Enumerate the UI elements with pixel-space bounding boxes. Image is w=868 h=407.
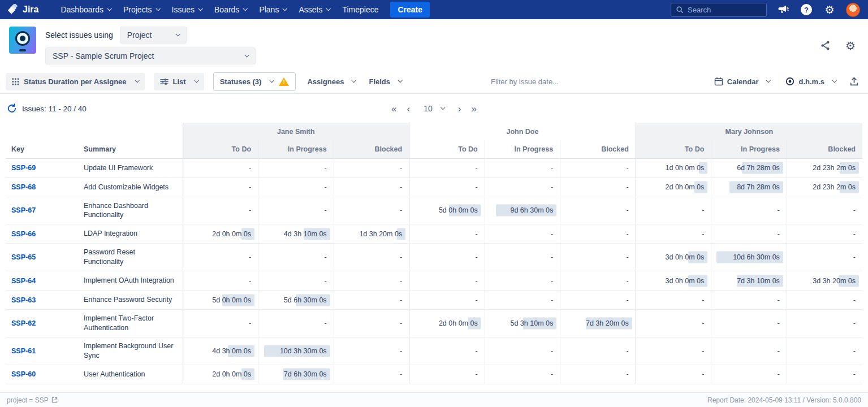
nav-dashboards[interactable]: Dashboards (54, 0, 117, 19)
duration-cell: - (636, 224, 711, 244)
duration-cell: 1d 0h 0m 0s (636, 158, 711, 177)
issue-date-filter-input[interactable] (491, 77, 598, 86)
help-icon[interactable]: ? (800, 3, 813, 16)
grid-icon (12, 78, 19, 85)
report-type-dropdown[interactable]: Status Duration per Assignee (6, 73, 145, 90)
status-column-header: To Do (409, 140, 485, 158)
project-dropdown[interactable]: SSP - Sample Scrum Project (45, 47, 256, 64)
nav-plans[interactable]: Plans (253, 0, 292, 19)
nav-projects[interactable]: Projects (117, 0, 166, 19)
nav-assets[interactable]: Assets (292, 0, 336, 19)
empty-duration: - (476, 347, 479, 355)
export-icon[interactable] (849, 77, 859, 86)
time-format-dropdown[interactable]: d.h.m.s (783, 72, 838, 90)
nav-projects-label: Projects (123, 5, 152, 14)
table-row: SSP-61Implement Background User Sync4d 3… (6, 337, 862, 365)
empty-duration: - (627, 347, 630, 355)
assignees-dropdown[interactable]: Assignees (305, 73, 357, 90)
nav-assets-label: Assets (299, 5, 322, 14)
table-row: SSP-65Password Reset Functionality------… (6, 244, 862, 271)
duration-cell: - (787, 224, 862, 244)
nav-timepiece[interactable]: Timepiece (336, 0, 385, 19)
empty-duration: - (400, 164, 403, 172)
duration-cell: - (258, 271, 334, 291)
page-size-dropdown[interactable]: 10 (420, 102, 448, 115)
duration-cell: - (636, 291, 711, 310)
settings-gear-icon[interactable]: ⚙ (823, 3, 836, 16)
empty-duration: - (627, 230, 630, 238)
create-button[interactable]: Create (390, 2, 430, 18)
status-column-header: In Progress (711, 140, 787, 158)
first-page-button[interactable]: « (391, 104, 396, 114)
nav-issues[interactable]: Issues (166, 0, 208, 19)
issue-key-link[interactable]: SSP-65 (11, 253, 36, 261)
empty-duration: - (702, 319, 705, 327)
next-page-button[interactable]: › (458, 104, 461, 114)
announcement-icon[interactable] (776, 3, 790, 16)
duration-cell: - (258, 310, 334, 337)
duration-cell: - (409, 337, 485, 365)
fields-dropdown[interactable]: Fields (366, 73, 404, 90)
issue-summary: Update UI Framework (78, 158, 183, 177)
duration-value: 7d 3h 10m 0s (737, 277, 781, 285)
assignees-label: Assignees (307, 77, 344, 86)
select-issues-label: Select issues using (45, 31, 113, 40)
share-icon[interactable] (820, 40, 831, 51)
duration-cell: - (409, 291, 485, 310)
issue-summary: Implement Two-Factor Authentication (78, 310, 183, 337)
duration-cell: 2d 0h 0m 0s (183, 224, 258, 244)
issue-key-link[interactable]: SSP-62 (11, 319, 36, 327)
refresh-icon[interactable] (7, 103, 17, 114)
group-header-john-doe: John Doe (409, 123, 636, 140)
calendar-dropdown[interactable]: Calendar (712, 72, 772, 90)
table-row: SSP-64Implement OAuth Integration------3… (6, 271, 862, 291)
empty-duration: - (324, 319, 327, 327)
issue-key-link[interactable]: SSP-60 (11, 370, 36, 378)
duration-value: 6d 7h 28m 0s (737, 164, 781, 172)
empty-duration: - (249, 319, 252, 327)
empty-duration: - (702, 206, 705, 214)
key-column-header: Key (6, 140, 78, 158)
statuses-dropdown[interactable]: Statuses (3) (213, 72, 296, 91)
duration-cell: - (787, 337, 862, 365)
duration-value: 5d 6h 30m 0s (284, 296, 328, 304)
status-column-header: Blocked (334, 140, 409, 158)
empty-duration: - (551, 230, 554, 238)
last-page-button[interactable]: » (471, 104, 476, 114)
issue-key-link[interactable]: SSP-67 (11, 206, 36, 214)
prev-page-button[interactable]: ‹ (407, 104, 411, 114)
duration-value: 5d 3h 10m 0s (510, 319, 554, 327)
search-input[interactable] (688, 6, 755, 14)
issue-key-link[interactable]: SSP-69 (11, 164, 36, 172)
table-row: SSP-66LDAP Integration2d 0h 0m 0s4d 3h 1… (6, 224, 862, 244)
report-header: Select issues using Project SSP - Sample… (0, 19, 868, 70)
status-duration-table: Jane Smith John Doe Mary Johnson Key Sum… (6, 123, 862, 384)
issue-key-link[interactable]: SSP-68 (11, 183, 36, 191)
issue-key-link[interactable]: SSP-66 (11, 230, 36, 238)
issue-key-link[interactable]: SSP-64 (11, 277, 36, 285)
empty-duration: - (400, 183, 403, 191)
issue-source-dropdown[interactable]: Project (120, 27, 187, 44)
issue-key-link[interactable]: SSP-63 (11, 296, 36, 304)
report-settings-icon[interactable]: ⚙ (845, 40, 856, 51)
jira-logo[interactable]: Jira (8, 4, 38, 15)
status-column-header: In Progress (258, 140, 334, 158)
status-column-header: To Do (183, 140, 258, 158)
jql-filter-link[interactable]: project = SSP (7, 396, 58, 404)
empty-duration: - (627, 277, 630, 285)
calendar-icon (714, 77, 723, 86)
table-row: SSP-63Enhance Password Security5d 0h 0m … (6, 291, 862, 310)
issue-key-link[interactable]: SSP-61 (11, 347, 36, 355)
duration-value: 5d 0h 0m 0s (212, 296, 252, 304)
global-search[interactable] (671, 3, 767, 17)
view-mode-dropdown[interactable]: List (154, 73, 204, 90)
duration-value: 1d 0h 0m 0s (666, 164, 706, 172)
empty-duration: - (627, 253, 630, 261)
nav-boards[interactable]: Boards (208, 0, 253, 19)
pagination-bar: Issues: 11 - 20 / 40 « ‹ 10 › » (0, 94, 868, 123)
user-avatar[interactable] (846, 3, 860, 17)
empty-duration: - (400, 319, 403, 327)
status-column-header: In Progress (485, 140, 560, 158)
duration-value: 2d 23h 2m 0s (813, 183, 857, 191)
target-icon (785, 77, 794, 86)
